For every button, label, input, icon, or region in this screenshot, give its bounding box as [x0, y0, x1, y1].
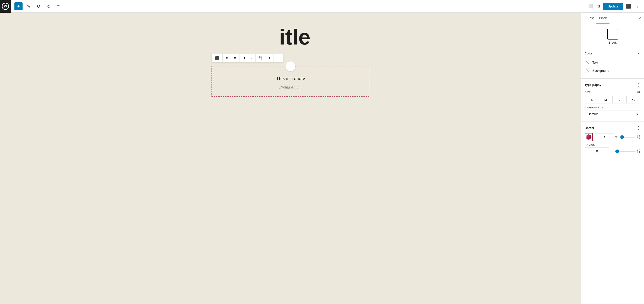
quote-icon-circle: ” — [286, 61, 296, 71]
heading-preview: itle — [212, 26, 369, 48]
canvas-content: itle ⬛ ≡ ≡ B I — [212, 26, 369, 97]
list-view-button[interactable]: ≡ — [55, 2, 62, 10]
align-center-button[interactable]: ≡ — [222, 54, 231, 62]
sidebar-toggle-icon: ⬛ — [626, 4, 631, 9]
list-icon: ≡ — [57, 4, 60, 9]
overflow-icon: ⋮ — [636, 4, 639, 8]
border-radius-row: px ⛓ — [585, 147, 640, 155]
redo-icon: ↻ — [47, 4, 51, 9]
radius-label: RADIUS — [585, 143, 640, 146]
format-toolbar: ⬛ ≡ ≡ B I ⛓ — [212, 53, 284, 62]
topbar: W + ✎ ↺ ↻ ≡ ⬜ ⧉ Update ⬛ ⋮ — [0, 0, 644, 13]
sidebar: Post Block ✕ " Block Color ⋮ Text Backgr… — [581, 13, 644, 304]
border-width-input[interactable] — [594, 133, 614, 141]
block-align-group: ≡ ≡ — [222, 54, 240, 62]
close-sidebar-button[interactable]: ✕ — [637, 15, 642, 22]
size-filter-icon[interactable]: ⇄ — [637, 90, 640, 94]
size-buttons: S M L XL — [585, 96, 640, 103]
border-radius-input[interactable] — [585, 147, 609, 155]
color-section: Color ⋮ Text Background — [581, 47, 644, 79]
undo-button[interactable]: ↺ — [34, 2, 43, 10]
wp-logo-inner: W — [2, 3, 9, 10]
more-options-button[interactable]: ⋮ — [634, 3, 640, 10]
text-color-swatch[interactable] — [585, 60, 590, 65]
wp-logo[interactable]: W — [0, 0, 11, 13]
align-right-button[interactable]: ≡ — [231, 54, 239, 62]
background-color-swatch[interactable] — [585, 68, 590, 73]
border-section-header: Border ⋮ — [585, 125, 640, 130]
border-section: Border ⋮ px ⛓ RADIUS px — [581, 122, 644, 161]
tab-block[interactable]: Block — [596, 13, 610, 24]
align-left-button[interactable]: ⬛ — [212, 54, 222, 62]
pencil-icon: ✎ — [26, 4, 30, 9]
border-color-swatch[interactable] — [585, 133, 593, 141]
block-label: Block — [608, 41, 616, 44]
typography-section-title: Typography — [585, 83, 601, 86]
align-right-icon: ≡ — [234, 56, 236, 60]
external-icon: ⧉ — [598, 4, 600, 8]
preview-button[interactable]: ⧉ — [596, 3, 602, 10]
quote-text[interactable]: This is a quote — [221, 75, 360, 81]
format-overflow-button[interactable]: ⋯ — [274, 54, 284, 62]
border-link-button[interactable]: ⛓ — [637, 135, 640, 139]
align-center-icon: ≡ — [226, 56, 228, 60]
align-left-icon: ⬛ — [215, 56, 219, 60]
update-button[interactable]: Update — [603, 3, 623, 10]
color-section-header: Color ⋮ — [585, 51, 640, 56]
bold-button[interactable]: B — [240, 54, 248, 62]
appearance-select-wrapper: Default Thin Light Normal Medium Semi Bo… — [585, 110, 640, 118]
quote-block-wrapper: ” This is a quote Prema Anjum — [212, 66, 369, 97]
canvas: itle ⬛ ≡ ≡ B I — [0, 13, 581, 304]
radius-link-button[interactable]: ⛓ — [637, 149, 640, 153]
quote-citation[interactable]: Prema Anjum — [221, 85, 360, 90]
size-xl-button[interactable]: XL — [627, 96, 640, 103]
border-color-dot — [586, 134, 592, 140]
settings-button[interactable]: ⬛ — [624, 3, 632, 10]
redo-button[interactable]: ↻ — [45, 2, 53, 10]
main-layout: itle ⬛ ≡ ≡ B I — [0, 13, 644, 304]
quote-icon: ” — [290, 63, 291, 69]
undo-icon: ↺ — [37, 4, 40, 9]
background-color-row[interactable]: Background — [585, 67, 640, 75]
italic-button[interactable]: I — [248, 54, 255, 62]
overflow-group: ⋯ — [274, 54, 284, 62]
chevron-down-icon: ▾ — [268, 56, 270, 60]
size-s-button[interactable]: S — [585, 96, 599, 103]
tab-post[interactable]: Post — [585, 13, 596, 24]
view-button[interactable]: ⬜ — [587, 3, 594, 10]
border-width-slider[interactable] — [620, 137, 635, 137]
radius-slider-wrap — [615, 151, 635, 152]
ellipsis-icon: ⋯ — [277, 56, 280, 60]
text-color-row[interactable]: Text — [585, 59, 640, 67]
block-type-icon: " — [612, 31, 614, 37]
size-m-button[interactable]: M — [599, 96, 613, 103]
typography-more-button[interactable]: ⋮ — [636, 82, 640, 87]
sidebar-tabs: Post Block ✕ — [581, 13, 644, 24]
tools-button[interactable]: ✎ — [24, 2, 33, 10]
border-unit-label: px — [615, 135, 618, 139]
typography-section-header: Typography ⋮ — [585, 82, 640, 87]
link-group: ⛓ ▾ — [256, 54, 274, 62]
typography-section: Typography ⋮ SIZE ⇄ S M L XL APPEARANCE … — [581, 79, 644, 122]
more-format-button[interactable]: ▾ — [266, 54, 274, 62]
color-more-button[interactable]: ⋮ — [636, 51, 640, 56]
radius-unit-label: px — [610, 150, 613, 153]
quote-block[interactable]: ” This is a quote Prema Anjum — [212, 66, 369, 97]
background-color-label: Background — [592, 69, 609, 73]
block-icon-box: " — [607, 29, 618, 40]
view-icon: ⬜ — [588, 4, 593, 8]
size-l-button[interactable]: L — [613, 96, 627, 103]
border-slider-wrap — [620, 137, 635, 137]
text-format-group: B I — [240, 54, 256, 62]
appearance-select[interactable]: Default Thin Light Normal Medium Semi Bo… — [585, 110, 640, 118]
alignment-group: ⬛ — [212, 54, 222, 62]
link-button[interactable]: ⛓ — [256, 54, 266, 62]
add-block-button[interactable]: + — [14, 2, 22, 10]
appearance-label: APPEARANCE — [585, 106, 640, 109]
color-section-title: Color — [585, 52, 592, 55]
link-icon: ⛓ — [259, 56, 262, 60]
border-section-title: Border — [585, 126, 594, 130]
border-radius-slider[interactable] — [615, 151, 635, 152]
border-more-button[interactable]: ⋮ — [636, 125, 640, 130]
border-width-row: px ⛓ — [585, 133, 640, 141]
